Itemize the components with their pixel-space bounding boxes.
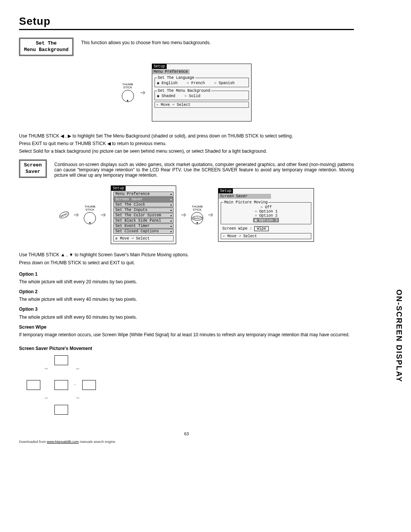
page-number: 63 (19, 431, 354, 436)
option3-text: The whole picture will shift every 60 mi… (19, 314, 354, 320)
section2-instrB: Press down on THUMB STICK to select and … (19, 260, 354, 266)
section-label-menu-bg: Set The Menu Background (19, 38, 73, 56)
osd-mpm-legend: Main Picture Moving (223, 200, 268, 204)
option1-text: The whole picture will shift every 20 mi… (19, 279, 354, 285)
screen-wipe-text: If temporary image retention occurs, use… (19, 332, 354, 338)
arrow-right-icon: ➔ (100, 211, 106, 219)
footer: Downloaded from www.Manualslib.com manua… (19, 440, 354, 444)
section2-intro: Continuous on-screen displays such as vi… (54, 160, 354, 178)
opt-off: ○ Off (223, 205, 309, 209)
section1-intro: This function allows you to choose from … (81, 38, 354, 45)
screen-wipe-label: Screen Wipe : (222, 227, 252, 231)
section1-instr2: Press EXIT to quit menu or THUMB STICK ◀… (19, 141, 354, 147)
menu-item: Screen Saver▸ (113, 197, 174, 202)
menu-item: Set Closed Captions▸ (113, 229, 174, 234)
select-badge: SELECT (192, 216, 202, 220)
arrow-right-icon: ➔ (140, 88, 146, 97)
arrow-right-icon: ➔ (73, 211, 79, 219)
footer-link[interactable]: www.Manualslib.com (47, 440, 79, 444)
lang-spanish: ○ Spanish (214, 81, 235, 85)
arrow-right-icon: ➔ (181, 211, 186, 219)
section-label-screen-saver: Screen Saver (19, 160, 47, 178)
osd-bg-legend: Set The Menu Background (157, 89, 211, 93)
option2-heading: Option 2 (19, 289, 354, 295)
movement-diagram: → ↘ ↙ ↗ ↖ (19, 355, 103, 416)
section1-instr1: Use THUMB STICK ◀ , ▶ to highlight Set T… (19, 133, 354, 139)
arrow-right-icon: ➔ (208, 211, 213, 219)
osd-language-group: Set The Language ◉ English ○ French ○ Sp… (155, 76, 249, 87)
title-rule (19, 29, 354, 30)
bg-shaded: ◉ Shaded (157, 94, 175, 98)
osd-screen-saver: Setup Screen Saver Main Picture Moving ○… (218, 188, 314, 242)
menu-item: Set The Clock▸ (113, 202, 174, 207)
lang-french: ○ French (187, 81, 205, 85)
screen-wipe-heading: Screen Wipe (19, 324, 354, 330)
osd-hint: ✧ Move ⏎ Select (155, 102, 249, 108)
option2-text: The whole picture will shift every 40 mi… (19, 296, 354, 302)
footer-suffix: manuals search engine (79, 440, 115, 444)
menu-button-icon: MENU (58, 210, 70, 220)
bg-solid: ○ Solid (185, 94, 201, 98)
menu-item: Menu Preference▸ (113, 192, 174, 197)
osd-title: Setup (111, 186, 126, 191)
osd-subtitle: Screen Saver (218, 194, 271, 199)
opt-1: ○ Option 1 (223, 209, 309, 214)
thumb-stick-select-icon: SELECT (191, 212, 203, 224)
osd-title: Setup (218, 189, 233, 193)
opt-3-selected: ◉ Option 3 (253, 218, 279, 222)
thumb-stick-label: THUMB STICK (84, 205, 96, 211)
movement-heading: Screen Saver Picture's Movement (19, 345, 354, 351)
osd-background-group: Set The Menu Background ◉ Shaded ○ Solid (155, 89, 249, 100)
option3-heading: Option 3 (19, 306, 354, 312)
osd-title: Setup (152, 64, 167, 69)
osd-language-legend: Set The Language (157, 76, 195, 80)
menu-item: Set The Inputs▸ (113, 208, 174, 212)
thumb-stick-icon (84, 212, 96, 224)
opt-2: ○ Option 2 (223, 214, 309, 218)
thumb-stick-label: THUMB STICK (122, 83, 134, 89)
wipe-button: Wipe (254, 226, 269, 231)
osd-main-picture-moving: Main Picture Moving ○ Off ○ Option 1 ○ O… (221, 200, 311, 224)
osd-hint: ⇵ Move ⏎ Select (113, 235, 174, 241)
section1-instr3: Select Solid for a black background (no … (19, 148, 354, 154)
footer-prefix: Downloaded from (19, 440, 47, 444)
thumb-stick-icon (122, 90, 134, 102)
osd-menu-background: Setup Menu Preference Set The Language ◉… (152, 64, 252, 121)
osd-setup-menu: Setup Menu Preference▸Screen Saver▸Set T… (111, 185, 176, 244)
menu-item: Set Event Timer▸ (113, 224, 174, 228)
menu-item: Set Black Side Panel▸ (113, 218, 174, 223)
menu-item: Set The Color System▸ (113, 213, 174, 218)
section2-instrA: Use THUMB STICK ▲ , ▼ to highlight Scree… (19, 252, 354, 258)
page-title: Setup (19, 15, 354, 27)
thumb-stick-label: THUMB STICK (191, 205, 203, 211)
lang-english: ◉ English (157, 81, 178, 85)
osd-subtitle: Menu Preference (152, 69, 190, 74)
osd-hint: ✧ Move ⏎ Select (221, 233, 311, 239)
option1-heading: Option 1 (19, 271, 354, 277)
